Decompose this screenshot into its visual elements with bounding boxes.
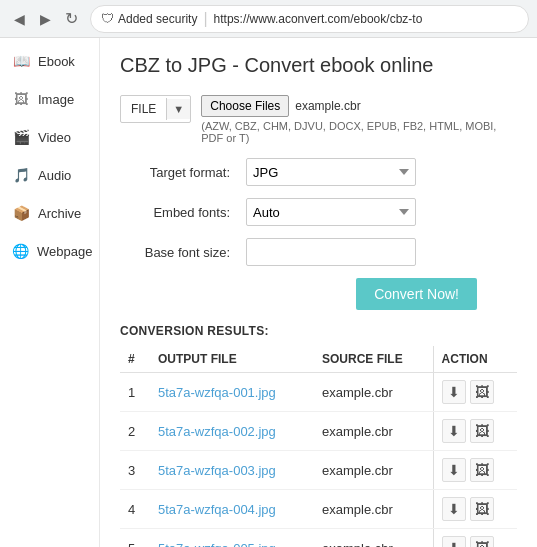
col-source: SOURCE FILE [314,346,433,373]
target-format-select[interactable]: JPG PNG BMP GIF PDF [246,158,416,186]
base-font-size-row: Base font size: [120,238,517,266]
file-type-arrow[interactable]: ▼ [167,99,190,119]
target-format-label: Target format: [120,165,230,180]
table-row: 3 5ta7a-wzfqa-003.jpg example.cbr ⬇ 🖼 [120,451,517,490]
row-source: example.cbr [314,490,433,529]
output-file-link[interactable]: 5ta7a-wzfqa-003.jpg [158,463,276,478]
convert-btn-row: Convert Now! [120,278,517,310]
row-source: example.cbr [314,451,433,490]
main-content: CBZ to JPG - Convert ebook online FILE ▼… [100,38,537,547]
forward-button[interactable]: ▶ [34,8,56,30]
row-action: ⬇ 🖼 [433,373,517,412]
file-type-selector[interactable]: FILE ▼ [120,95,191,123]
output-file-link[interactable]: 5ta7a-wzfqa-002.jpg [158,424,276,439]
row-source: example.cbr [314,412,433,451]
row-output: 5ta7a-wzfqa-003.jpg [150,451,314,490]
sidebar-item-image[interactable]: 🖼 Image [0,80,99,118]
col-num: # [120,346,150,373]
row-output: 5ta7a-wzfqa-001.jpg [150,373,314,412]
file-chooser-row: Choose Files example.cbr [201,95,517,117]
image-icon: 🖼 [12,90,30,108]
embed-fonts-label: Embed fonts: [120,205,230,220]
row-output: 5ta7a-wzfqa-002.jpg [150,412,314,451]
table-header: # OUTPUT FILE SOURCE FILE ACTION [120,346,517,373]
col-output: OUTPUT FILE [150,346,314,373]
convert-button[interactable]: Convert Now! [356,278,477,310]
row-action: ⬇ 🖼 [433,490,517,529]
ebook-icon: 📖 [12,52,30,70]
row-num: 3 [120,451,150,490]
action-cell: ⬇ 🖼 [442,380,509,404]
row-num: 2 [120,412,150,451]
reload-button[interactable]: ↻ [60,8,82,30]
sidebar-label-ebook: Ebook [38,54,75,69]
choose-files-button[interactable]: Choose Files [201,95,289,117]
results-table: # OUTPUT FILE SOURCE FILE ACTION 1 5ta7a… [120,346,517,547]
action-cell: ⬇ 🖼 [442,458,509,482]
sidebar-item-archive[interactable]: 📦 Archive [0,194,99,232]
page-layout: 📖 Ebook 🖼 Image 🎬 Video 🎵 Audio 📦 Archiv… [0,38,537,547]
base-font-size-label: Base font size: [120,245,230,260]
row-action: ⬇ 🖼 [433,412,517,451]
download-button[interactable]: ⬇ [442,380,466,404]
webpage-icon: 🌐 [12,242,29,260]
download-button[interactable]: ⬇ [442,536,466,547]
address-url: https://www.aconvert.com/ebook/cbz-to [214,12,423,26]
embed-fonts-select[interactable]: Auto Yes No [246,198,416,226]
file-type-label: FILE [121,98,167,120]
file-name-display: example.cbr [295,99,360,113]
table-row: 5 5ta7a-wzfqa-005.jpg example.cbr ⬇ 🖼 [120,529,517,548]
sidebar-item-ebook[interactable]: 📖 Ebook [0,42,99,80]
download-button[interactable]: ⬇ [442,497,466,521]
preview-button[interactable]: 🖼 [470,497,494,521]
row-output: 5ta7a-wzfqa-005.jpg [150,529,314,548]
preview-button[interactable]: 🖼 [470,458,494,482]
sidebar-label-video: Video [38,130,71,145]
table-row: 1 5ta7a-wzfqa-001.jpg example.cbr ⬇ 🖼 [120,373,517,412]
address-separator: | [203,10,207,28]
row-num: 4 [120,490,150,529]
security-text: Added security [118,12,197,26]
output-file-link[interactable]: 5ta7a-wzfqa-005.jpg [158,541,276,548]
sidebar-item-audio[interactable]: 🎵 Audio [0,156,99,194]
download-button[interactable]: ⬇ [442,419,466,443]
sidebar: 📖 Ebook 🖼 Image 🎬 Video 🎵 Audio 📦 Archiv… [0,38,100,547]
row-action: ⬇ 🖼 [433,451,517,490]
shield-icon: 🛡 [101,11,114,26]
row-num: 5 [120,529,150,548]
sidebar-item-webpage[interactable]: 🌐 Webpage [0,232,99,270]
action-cell: ⬇ 🖼 [442,536,509,547]
action-cell: ⬇ 🖼 [442,419,509,443]
security-badge: 🛡 Added security [101,11,197,26]
output-file-link[interactable]: 5ta7a-wzfqa-001.jpg [158,385,276,400]
sidebar-label-image: Image [38,92,74,107]
row-source: example.cbr [314,529,433,548]
sidebar-item-video[interactable]: 🎬 Video [0,118,99,156]
browser-chrome: ◀ ▶ ↻ 🛡 Added security | https://www.aco… [0,0,537,38]
file-formats-hint: (AZW, CBZ, CHM, DJVU, DOCX, EPUB, FB2, H… [201,120,517,144]
file-input-section: FILE ▼ Choose Files example.cbr (AZW, CB… [120,95,517,144]
preview-button[interactable]: 🖼 [470,380,494,404]
download-button[interactable]: ⬇ [442,458,466,482]
base-font-size-input[interactable] [246,238,416,266]
sidebar-label-audio: Audio [38,168,71,183]
preview-button[interactable]: 🖼 [470,419,494,443]
nav-buttons: ◀ ▶ ↻ [8,8,82,30]
table-body: 1 5ta7a-wzfqa-001.jpg example.cbr ⬇ 🖼 2 … [120,373,517,548]
row-action: ⬇ 🖼 [433,529,517,548]
archive-icon: 📦 [12,204,30,222]
row-source: example.cbr [314,373,433,412]
table-row: 2 5ta7a-wzfqa-002.jpg example.cbr ⬇ 🖼 [120,412,517,451]
action-cell: ⬇ 🖼 [442,497,509,521]
preview-button[interactable]: 🖼 [470,536,494,547]
row-num: 1 [120,373,150,412]
target-format-row: Target format: JPG PNG BMP GIF PDF [120,158,517,186]
output-file-link[interactable]: 5ta7a-wzfqa-004.jpg [158,502,276,517]
address-bar[interactable]: 🛡 Added security | https://www.aconvert.… [90,5,529,33]
sidebar-label-archive: Archive [38,206,81,221]
back-button[interactable]: ◀ [8,8,30,30]
sidebar-label-webpage: Webpage [37,244,92,259]
file-chooser-area: Choose Files example.cbr (AZW, CBZ, CHM,… [201,95,517,144]
video-icon: 🎬 [12,128,30,146]
page-title: CBZ to JPG - Convert ebook online [120,54,517,77]
